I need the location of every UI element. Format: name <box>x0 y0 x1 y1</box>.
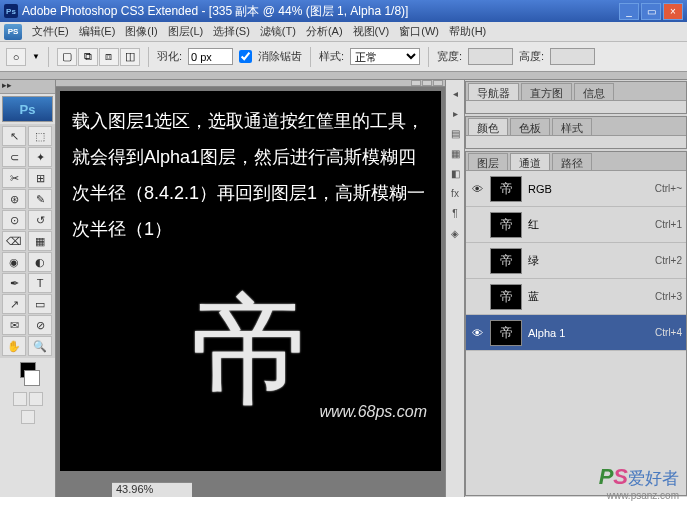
marquee-tool[interactable]: ⬚ <box>28 126 52 146</box>
style-select[interactable]: 正常 <box>350 48 420 65</box>
menu-analysis[interactable]: 分析(A) <box>302 22 347 41</box>
menu-edit[interactable]: 编辑(E) <box>75 22 120 41</box>
doc-close-icon[interactable] <box>433 80 443 86</box>
crop-tool[interactable]: ✂ <box>2 168 26 188</box>
current-tool-icon[interactable]: ○ <box>6 48 26 66</box>
gradient-tool[interactable]: ▦ <box>28 231 52 251</box>
visibility-icon[interactable] <box>470 218 484 232</box>
close-button[interactable]: × <box>663 3 683 20</box>
minimize-button[interactable]: _ <box>619 3 639 20</box>
quick-mask <box>0 390 55 408</box>
width-label: 宽度: <box>437 49 462 64</box>
channel-row[interactable]: 👁帝Alpha 1Ctrl+4 <box>466 315 686 351</box>
hand-tool[interactable]: ✋ <box>2 336 26 356</box>
navigator-panel: 导航器 直方图 信息 <box>465 81 687 114</box>
lasso-tool[interactable]: ⊂ <box>2 147 26 167</box>
channel-row[interactable]: 帝红Ctrl+1 <box>466 207 686 243</box>
tab-channels[interactable]: 通道 <box>510 153 550 170</box>
brush-tool[interactable]: ✎ <box>28 189 52 209</box>
sel-add-icon[interactable]: ⧉ <box>78 48 98 66</box>
channel-name: RGB <box>528 183 649 195</box>
sel-sub-icon[interactable]: ⧈ <box>99 48 119 66</box>
move-tool[interactable]: ↖ <box>2 126 26 146</box>
dock-toggle-icon[interactable]: ◂ <box>448 86 462 100</box>
tab-color[interactable]: 颜色 <box>468 118 508 135</box>
channel-thumbnail: 帝 <box>490 320 522 346</box>
slice-tool[interactable]: ⊞ <box>28 168 52 188</box>
menu-help[interactable]: 帮助(H) <box>445 22 490 41</box>
color-swatch[interactable] <box>0 358 55 390</box>
channel-row[interactable]: 帝蓝Ctrl+3 <box>466 279 686 315</box>
tab-layers[interactable]: 图层 <box>468 153 508 170</box>
channels-panel: 图层 通道 路径 👁帝RGBCtrl+~帝红Ctrl+1帝绿Ctrl+2帝蓝Ct… <box>465 151 687 496</box>
wm-cn: 爱好者 <box>628 469 679 488</box>
menu-filter[interactable]: 滤镜(T) <box>256 22 300 41</box>
pen-tool[interactable]: ✒ <box>2 273 26 293</box>
dock-icon[interactable]: fx <box>448 186 462 200</box>
app-icon: Ps <box>4 4 18 18</box>
visibility-icon[interactable] <box>470 290 484 304</box>
page-watermark: PS爱好者 www.psanz.com <box>599 464 679 501</box>
zoom-level[interactable]: 43.96% <box>116 483 153 495</box>
menu-window[interactable]: 窗口(W) <box>395 22 443 41</box>
separator <box>48 47 49 67</box>
canvas[interactable]: 载入图层1选区，选取通道按红筐里的工具，就会得到Alpha1图层，然后进行高斯模… <box>60 91 441 471</box>
visibility-icon[interactable]: 👁 <box>470 182 484 196</box>
antialias-checkbox[interactable] <box>239 50 252 63</box>
maximize-button[interactable]: ▭ <box>641 3 661 20</box>
dock-icon[interactable]: ▤ <box>448 126 462 140</box>
dropdown-icon[interactable]: ▼ <box>32 52 40 61</box>
eraser-tool[interactable]: ⌫ <box>2 231 26 251</box>
tab-histogram[interactable]: 直方图 <box>521 83 572 100</box>
tab-paths[interactable]: 路径 <box>552 153 592 170</box>
path-tool[interactable]: ↗ <box>2 294 26 314</box>
shape-tool[interactable]: ▭ <box>28 294 52 314</box>
feather-input[interactable] <box>188 48 233 65</box>
zoom-tool[interactable]: 🔍 <box>28 336 52 356</box>
tab-info[interactable]: 信息 <box>574 83 614 100</box>
notes-tool[interactable]: ✉ <box>2 315 26 335</box>
tab-navigator[interactable]: 导航器 <box>468 83 519 100</box>
dock-icon[interactable]: ▸ <box>448 106 462 120</box>
channel-list: 👁帝RGBCtrl+~帝红Ctrl+1帝绿Ctrl+2帝蓝Ctrl+3👁帝Alp… <box>466 171 686 351</box>
title-bar: Ps Adobe Photoshop CS3 Extended - [335 副… <box>0 0 687 22</box>
quickmask-mode-icon[interactable] <box>29 392 43 406</box>
blur-tool[interactable]: ◉ <box>2 252 26 272</box>
heal-tool[interactable]: ⊛ <box>2 189 26 209</box>
dodge-tool[interactable]: ◐ <box>28 252 52 272</box>
channel-row[interactable]: 帝绿Ctrl+2 <box>466 243 686 279</box>
menu-image[interactable]: 图像(I) <box>121 22 161 41</box>
menu-select[interactable]: 选择(S) <box>209 22 254 41</box>
menu-file[interactable]: 文件(E) <box>28 22 73 41</box>
wm-s: S <box>613 464 628 489</box>
dock-icon[interactable]: ◈ <box>448 226 462 240</box>
channel-shortcut: Ctrl+4 <box>655 327 682 338</box>
tab-swatches[interactable]: 色板 <box>510 118 550 135</box>
background-color[interactable] <box>24 370 40 386</box>
channel-name: 蓝 <box>528 289 649 304</box>
doc-max-icon[interactable] <box>422 80 432 86</box>
tab-styles[interactable]: 样式 <box>552 118 592 135</box>
sel-int-icon[interactable]: ◫ <box>120 48 140 66</box>
dock-icon[interactable]: ¶ <box>448 206 462 220</box>
menu-layer[interactable]: 图层(L) <box>164 22 207 41</box>
wand-tool[interactable]: ✦ <box>28 147 52 167</box>
stamp-tool[interactable]: ⊙ <box>2 210 26 230</box>
eyedrop-tool[interactable]: ⊘ <box>28 315 52 335</box>
visibility-icon[interactable]: 👁 <box>470 326 484 340</box>
type-tool[interactable]: T <box>28 273 52 293</box>
doc-min-icon[interactable] <box>411 80 421 86</box>
dock-icon[interactable]: ◧ <box>448 166 462 180</box>
menu-view[interactable]: 视图(V) <box>349 22 394 41</box>
standard-mode-icon[interactable] <box>13 392 27 406</box>
visibility-icon[interactable] <box>470 254 484 268</box>
sel-new-icon[interactable]: ▢ <box>57 48 77 66</box>
screen-mode-icon[interactable] <box>21 410 35 424</box>
channel-shortcut: Ctrl+~ <box>655 183 682 194</box>
toolbox-header[interactable]: ▸▸ <box>0 80 55 94</box>
dock-icon[interactable]: ▦ <box>448 146 462 160</box>
history-tool[interactable]: ↺ <box>28 210 52 230</box>
channel-row[interactable]: 👁帝RGBCtrl+~ <box>466 171 686 207</box>
toolbox-panel: ▸▸ Ps ↖⬚ ⊂✦ ✂⊞ ⊛✎ ⊙↺ ⌫▦ ◉◐ ✒T ↗▭ ✉⊘ ✋🔍 <box>0 80 56 497</box>
screen-mode <box>0 408 55 426</box>
